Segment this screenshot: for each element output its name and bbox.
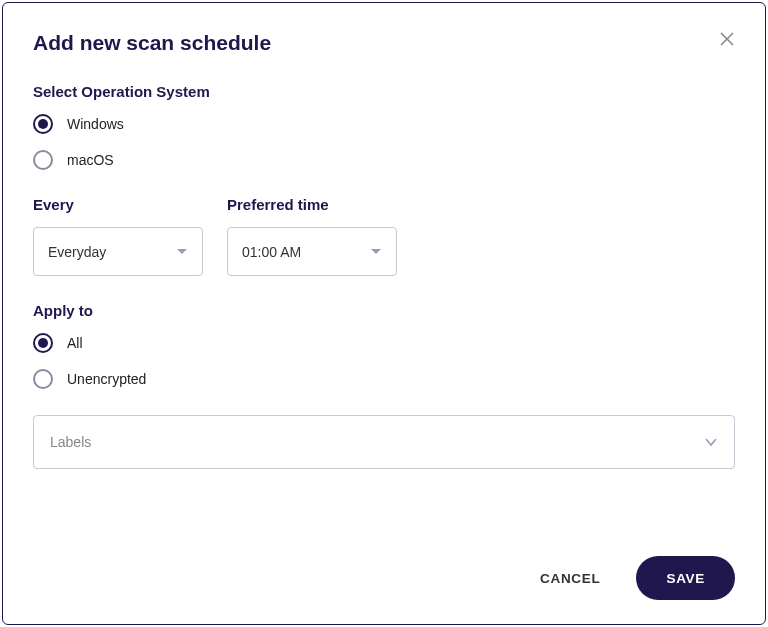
- save-button[interactable]: SAVE: [636, 556, 735, 600]
- every-value: Everyday: [48, 244, 106, 260]
- radio-label: macOS: [67, 152, 114, 168]
- os-radio-macos[interactable]: macOS: [33, 150, 735, 170]
- labels-select[interactable]: Labels: [33, 415, 735, 469]
- os-radio-group: Windows macOS: [33, 114, 735, 170]
- preferred-time-label: Preferred time: [227, 196, 397, 213]
- add-scan-schedule-modal: Add new scan schedule Select Operation S…: [2, 2, 766, 625]
- frequency-row: Every Everyday Preferred time 01:00 AM: [33, 196, 735, 276]
- radio-label: All: [67, 335, 83, 351]
- cancel-button[interactable]: CANCEL: [528, 563, 612, 594]
- labels-placeholder: Labels: [50, 434, 91, 450]
- every-label: Every: [33, 196, 203, 213]
- apply-to-radio-all[interactable]: All: [33, 333, 735, 353]
- preferred-time-value: 01:00 AM: [242, 244, 301, 260]
- modal-title: Add new scan schedule: [33, 31, 271, 55]
- apply-to-label: Apply to: [33, 302, 735, 319]
- modal-header: Add new scan schedule: [33, 31, 735, 55]
- every-select[interactable]: Everyday: [33, 227, 203, 276]
- chevron-down-icon: [370, 248, 382, 256]
- close-icon: [719, 31, 735, 47]
- radio-icon: [33, 369, 53, 389]
- chevron-down-icon: [704, 437, 718, 447]
- radio-label: Unencrypted: [67, 371, 146, 387]
- radio-icon: [33, 150, 53, 170]
- radio-icon: [33, 333, 53, 353]
- modal-footer: CANCEL SAVE: [33, 532, 735, 600]
- radio-label: Windows: [67, 116, 124, 132]
- chevron-down-icon: [176, 248, 188, 256]
- os-radio-windows[interactable]: Windows: [33, 114, 735, 134]
- os-section-label: Select Operation System: [33, 83, 735, 100]
- preferred-time-select[interactable]: 01:00 AM: [227, 227, 397, 276]
- apply-to-radio-unencrypted[interactable]: Unencrypted: [33, 369, 735, 389]
- radio-icon: [33, 114, 53, 134]
- close-button[interactable]: [719, 31, 735, 47]
- apply-to-radio-group: All Unencrypted: [33, 333, 735, 389]
